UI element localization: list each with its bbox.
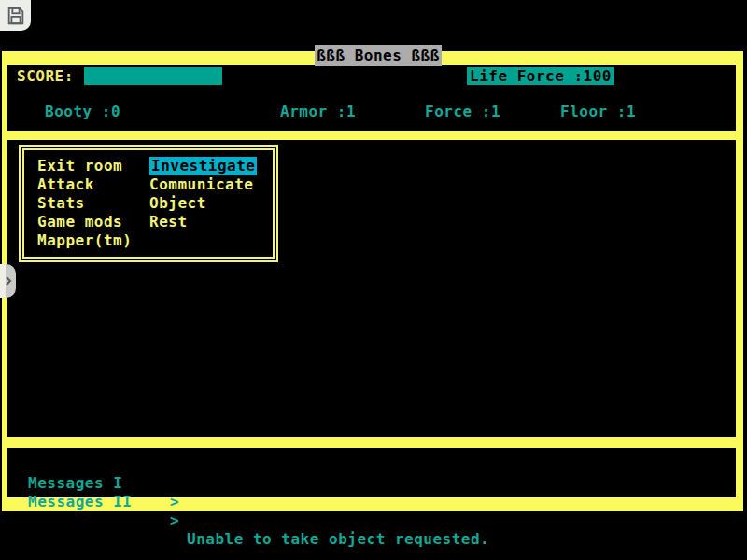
menu-item-communicate[interactable]: Communicate — [149, 175, 257, 194]
stat-armor: Armor :1 — [280, 103, 356, 121]
status-panel: SCORE: 0 Life Force :100 Booty :0 Armor … — [7, 65, 736, 131]
sidebar-drawer-handle[interactable] — [0, 264, 16, 298]
menu-item-mapper[interactable]: Mapper(tm) — [37, 231, 132, 250]
window-title: ßßß Bones ßßß — [315, 45, 442, 66]
message-line-2: Messages II > Unable to take object requ… — [7, 474, 64, 493]
message-line-1: Messages I > — [7, 455, 64, 474]
score-value: 0 — [204, 85, 214, 103]
command-menu-inner-border: Exit room Attack Stats Game mods Mapper(… — [22, 148, 275, 259]
message-2-label: Messages II — [28, 493, 132, 511]
command-menu: Exit room Attack Stats Game mods Mapper(… — [19, 145, 278, 262]
stat-floor: Floor :1 — [560, 103, 636, 121]
floppy-disk-icon — [6, 6, 26, 26]
stat-force: Force :1 — [425, 103, 500, 121]
menu-item-attack[interactable]: Attack — [37, 175, 132, 194]
message-1-prompt: > — [170, 493, 179, 511]
stat-booty: Booty :0 — [45, 103, 120, 121]
menu-item-exit-room[interactable]: Exit room — [37, 157, 132, 175]
menu-item-investigate[interactable]: Investigate — [149, 157, 257, 175]
menu-item-object[interactable]: Object — [149, 194, 257, 213]
menu-item-game-mods[interactable]: Game mods — [37, 213, 132, 231]
message-2-prompt: > — [170, 511, 179, 530]
life-force-badge: Life Force :100 — [467, 67, 614, 85]
message-2-text: Unable to take object requested. — [187, 530, 489, 549]
score-label: SCORE: — [17, 67, 74, 86]
menu-item-rest[interactable]: Rest — [149, 213, 257, 231]
save-button[interactable] — [0, 0, 31, 31]
menu-column-right: Investigate Communicate Object Rest — [149, 157, 257, 231]
menu-item-stats[interactable]: Stats — [37, 194, 132, 213]
score-bar: 0 — [84, 67, 222, 85]
chevron-right-icon — [5, 276, 12, 286]
messages-panel: Messages I > Messages II > Unable to tak… — [7, 448, 736, 497]
game-screen: ßßß Bones ßßß SCORE: 0 Life Force :100 B… — [0, 0, 747, 560]
main-area: Exit room Attack Stats Game mods Mapper(… — [7, 140, 736, 437]
menu-column-left: Exit room Attack Stats Game mods Mapper(… — [37, 157, 132, 250]
